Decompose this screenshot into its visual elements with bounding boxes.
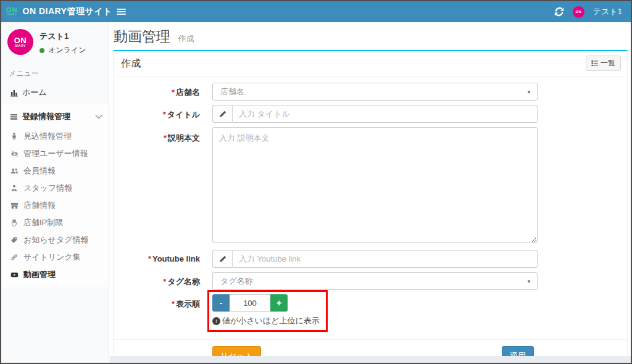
tag-icon [10, 236, 23, 244]
main-content: 動画管理 作成 作成 一覧 *店舗名 店舗名 [110, 22, 631, 363]
order-spinner: - + [212, 294, 320, 312]
staff-icon [10, 184, 23, 192]
shop-select[interactable]: 店舗名 ▼ [212, 83, 538, 101]
sidebar: ON DIARY テスト1 オンライン メニュー ホーム [1, 22, 109, 363]
sidebar-item-notice-tags[interactable]: お知らせタグ情報 [1, 231, 109, 249]
form-row-order: *表示順 - + i 値が小さいほど上位に表示 [123, 294, 618, 332]
brand[interactable]: ON DIARY ON DIARY管理サイト [1, 6, 109, 17]
youtube-label: *Youtube link [123, 250, 200, 268]
form-row-shop: *店舗名 店舗名 ▼ [123, 83, 618, 101]
top-header: ON DIARY ON DIARY管理サイト ON テスト1 [1, 1, 631, 22]
sidebar-item-label: サイトリンク集 [23, 252, 81, 263]
caret-down-icon: ▼ [526, 279, 531, 284]
refresh-icon[interactable] [554, 7, 564, 17]
annotation-highlight-box: - + i 値が小さいほど上位に表示 [207, 290, 328, 332]
form-row-body: *説明本文 [123, 127, 618, 246]
sidebar-item-label: お知らせタグ情報 [23, 234, 89, 246]
sidebar-item-shop-ip[interactable]: 店舗IP制限 [1, 214, 109, 231]
sidebar-item-members[interactable]: 会員情報 [1, 162, 109, 180]
info-icon: i [212, 317, 220, 325]
title-input[interactable] [233, 105, 538, 123]
sidebar-item-prospect-info[interactable]: 見込情報管理 [1, 128, 109, 145]
sidebar-item-admin-users[interactable]: 管理ユーザー情報 [1, 145, 109, 162]
chevron-down-icon [95, 112, 102, 118]
sidebar-item-label: 動画管理 [23, 269, 56, 280]
users-icon [10, 167, 23, 175]
topbar-user-name[interactable]: テスト1 [593, 6, 622, 17]
title-label: *タイトル [123, 105, 200, 123]
app-title: ON DIARY管理サイト [23, 6, 112, 17]
bar-chart-icon [10, 88, 22, 97]
sidebar-item-site-links[interactable]: サイトリンク集 [1, 249, 109, 266]
pencil-icon [212, 105, 233, 123]
content-header: 動画管理 作成 [110, 22, 631, 50]
sidebar-item-label: 会員情報 [23, 165, 56, 176]
order-decrement-button[interactable]: - [212, 294, 230, 312]
sidebar-item-label: 店舗IP制限 [23, 217, 63, 228]
sidebar-user-status: オンライン [40, 45, 86, 56]
list-icon [591, 60, 598, 67]
sidebar-item-label: 登録情報管理 [22, 111, 70, 122]
shop-label: *店舗名 [123, 83, 200, 101]
order-label: *表示順 [123, 294, 200, 332]
sidebar-menu: ホーム 登録情報管理 [1, 81, 109, 128]
caret-down-icon: ▼ [526, 89, 531, 95]
youtube-link-input[interactable] [233, 250, 538, 268]
brand-logo-icon: ON DIARY [6, 7, 18, 17]
sidebar-item-staff[interactable]: スタッフ情報 [1, 180, 109, 197]
order-help: i 値が小さいほど上位に表示 [212, 315, 320, 326]
sidebar-item-label: 見込情報管理 [23, 131, 72, 142]
panel-title: 作成 [121, 58, 141, 68]
create-form: *店舗名 店舗名 ▼ *タイトル [114, 77, 627, 332]
sidebar-item-label: 店舗情報 [23, 200, 56, 211]
youtube-icon [10, 271, 23, 279]
store-icon [10, 202, 23, 210]
sidebar-item-video-management[interactable]: 動画管理 [1, 266, 109, 283]
sidebar-item-label: ホーム [22, 87, 47, 98]
pencil-icon [212, 250, 233, 268]
sidebar-item-registration-section[interactable]: 登録情報管理 [1, 104, 109, 128]
tag-label: *タグ名称 [123, 272, 200, 290]
body-label: *説明本文 [123, 127, 200, 246]
sidebar-user-name: テスト1 [40, 31, 86, 42]
order-input[interactable] [230, 294, 270, 312]
eye-slash-icon [10, 150, 23, 158]
tag-select[interactable]: タグ名称 ▼ [212, 272, 538, 290]
bars-icon [10, 113, 22, 121]
sidebar-item-shop-info[interactable]: 店舗情報 [1, 197, 109, 214]
sidebar-item-label: 管理ユーザー情報 [23, 148, 88, 159]
panel-header: 作成 一覧 [114, 51, 627, 77]
sidebar-submenu: 見込情報管理 管理ユーザー情報 会員情報 スタッフ情報 [1, 128, 109, 287]
hamburger-menu-icon[interactable] [117, 7, 126, 16]
form-row-tag: *タグ名称 タグ名称 ▼ [123, 272, 618, 290]
user-avatar[interactable]: ON [573, 6, 584, 18]
sidebar-avatar: ON DIARY [7, 29, 33, 55]
male-icon [10, 133, 23, 140]
list-button[interactable]: 一覧 [586, 56, 621, 71]
sidebar-menu-label: メニュー [1, 61, 109, 81]
page-title: 動画管理 [114, 28, 170, 44]
link-icon [10, 254, 23, 261]
content-background-strip [110, 356, 631, 363]
sidebar-item-label: スタッフ情報 [23, 183, 72, 194]
app-window: ON DIARY ON DIARY管理サイト ON テスト1 ON DIARY … [0, 0, 632, 364]
form-row-title: *タイトル [123, 105, 618, 123]
sidebar-item-home[interactable]: ホーム [1, 81, 109, 104]
sidebar-user-panel: ON DIARY テスト1 オンライン [1, 22, 109, 61]
create-panel: 作成 一覧 *店舗名 店舗名 ▼ [113, 50, 628, 364]
body-textarea[interactable] [212, 127, 538, 243]
page-subtitle: 作成 [178, 34, 194, 43]
online-dot-icon [40, 48, 44, 53]
hand-icon [10, 219, 23, 226]
order-increment-button[interactable]: + [270, 294, 288, 312]
form-row-youtube: *Youtube link [123, 250, 618, 268]
